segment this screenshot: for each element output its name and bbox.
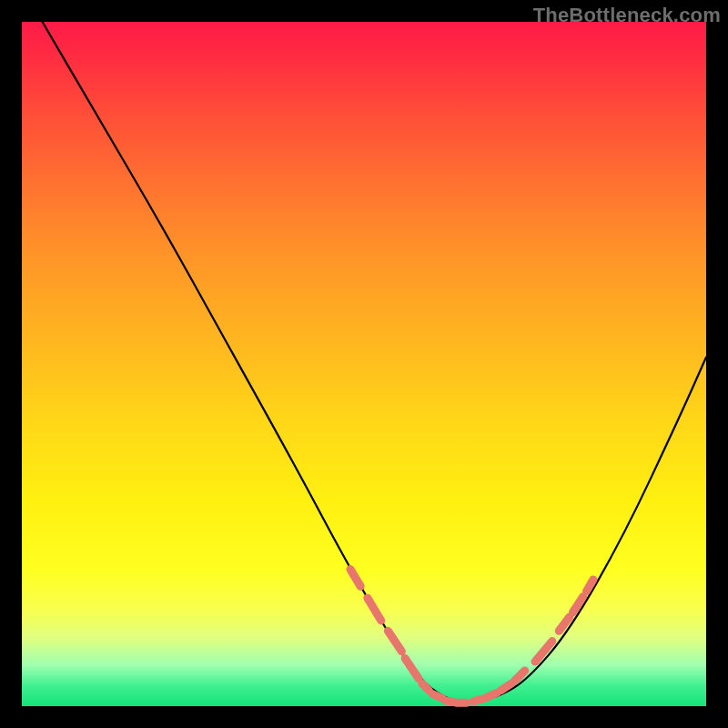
highlight-dash bbox=[487, 693, 497, 697]
chart-svg bbox=[22, 22, 706, 706]
chart-frame bbox=[22, 22, 706, 706]
watermark-text: TheBottleneck.com bbox=[533, 4, 721, 27]
highlight-dash bbox=[422, 683, 430, 691]
highlight-dash bbox=[368, 598, 381, 621]
highlight-dash bbox=[388, 631, 401, 652]
highlight-dashes bbox=[350, 570, 593, 703]
highlight-dash bbox=[432, 694, 442, 699]
highlight-dash bbox=[500, 683, 511, 691]
highlight-dash bbox=[446, 701, 453, 703]
bottleneck-curve bbox=[43, 22, 706, 702]
highlight-dash bbox=[350, 570, 360, 587]
highlight-dash bbox=[473, 699, 483, 702]
highlight-dash bbox=[514, 671, 524, 681]
highlight-dash bbox=[405, 658, 419, 679]
highlight-dash bbox=[535, 642, 552, 662]
